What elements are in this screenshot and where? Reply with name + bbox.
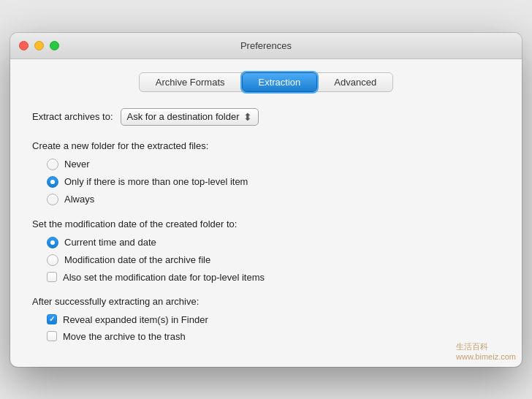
tab-bar: Archive Formats Extraction Advanced xyxy=(32,72,500,92)
radio-never-button[interactable] xyxy=(47,159,58,170)
checkbox-reveal-label: Reveal expanded item(s) in Finder xyxy=(63,314,208,325)
after-checkbox-group: ✓ Reveal expanded item(s) in Finder Move… xyxy=(47,314,500,342)
after-section: After successfully extracting an archive… xyxy=(32,296,500,342)
new-folder-label: Create a new folder for the extracted fi… xyxy=(32,140,500,151)
title-bar: Preferences xyxy=(10,33,522,59)
radio-always-button[interactable] xyxy=(47,194,58,205)
radio-never-label: Never xyxy=(64,159,90,170)
content-area: Archive Formats Extraction Advanced Extr… xyxy=(10,59,522,367)
radio-current-time-label: Current time and date xyxy=(64,237,156,248)
dropdown-arrow-icon: ⬍ xyxy=(243,111,252,123)
radio-never[interactable]: Never xyxy=(47,159,500,170)
checkbox-also-set[interactable] xyxy=(47,272,57,282)
extract-row: Extract archives to: Ask for a destinati… xyxy=(32,108,500,126)
checkbox-move-trash[interactable] xyxy=(47,331,57,341)
modification-radio-group: Current time and date Modification date … xyxy=(47,237,500,283)
checkbox-move-trash-row[interactable]: Move the archive to the trash xyxy=(47,331,500,342)
maximize-button[interactable] xyxy=(50,41,59,50)
tab-extraction[interactable]: Extraction xyxy=(242,72,318,92)
radio-always-label: Always xyxy=(64,194,94,205)
radio-always[interactable]: Always xyxy=(47,194,500,205)
dropdown-value: Ask for a destination folder xyxy=(127,111,240,122)
radio-current-time-button[interactable] xyxy=(47,237,58,248)
checkbox-reveal[interactable]: ✓ xyxy=(47,314,57,324)
radio-only-if-button[interactable] xyxy=(47,176,58,188)
radio-only-if-label: Only if there is more than one top-level… xyxy=(64,176,248,187)
destination-dropdown[interactable]: Ask for a destination folder ⬍ xyxy=(121,108,259,126)
close-button[interactable] xyxy=(19,41,28,50)
tab-advanced[interactable]: Advanced xyxy=(317,72,393,92)
radio-only-if[interactable]: Only if there is more than one top-level… xyxy=(47,176,500,188)
radio-dot xyxy=(50,180,55,184)
checkbox-also-set-row[interactable]: Also set the modification date for top-l… xyxy=(47,272,500,283)
after-label: After successfully extracting an archive… xyxy=(32,296,500,307)
radio-mod-date-label: Modification date of the archive file xyxy=(64,254,210,265)
window-controls xyxy=(19,41,59,50)
radio-mod-date-button[interactable] xyxy=(47,254,58,266)
tab-archive-formats[interactable]: Archive Formats xyxy=(139,72,242,92)
extract-label: Extract archives to: xyxy=(32,111,113,122)
checkbox-also-set-label: Also set the modification date for top-l… xyxy=(63,272,265,283)
radio-dot-2 xyxy=(50,240,55,245)
radio-current-time[interactable]: Current time and date xyxy=(47,237,500,248)
checkmark-icon: ✓ xyxy=(49,316,55,323)
preferences-window: Preferences Archive Formats Extraction A… xyxy=(10,33,522,367)
radio-mod-date[interactable]: Modification date of the archive file xyxy=(47,254,500,266)
modification-label: Set the modification date of the created… xyxy=(32,218,500,229)
window-title: Preferences xyxy=(240,40,292,51)
checkbox-reveal-row[interactable]: ✓ Reveal expanded item(s) in Finder xyxy=(47,314,500,325)
checkbox-move-trash-label: Move the archive to the trash xyxy=(63,331,186,342)
minimize-button[interactable] xyxy=(34,41,44,50)
new-folder-radio-group: Never Only if there is more than one top… xyxy=(47,159,500,205)
